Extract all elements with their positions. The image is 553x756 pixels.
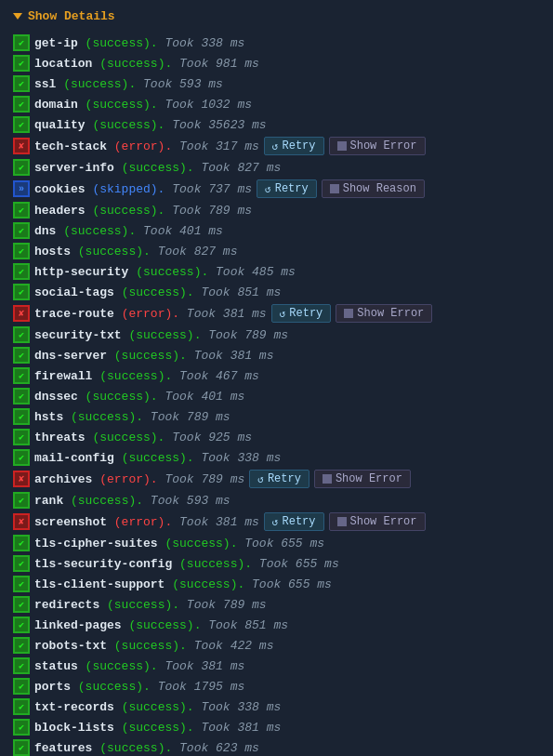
status-icon-social-tags: ✔ [13, 284, 30, 300]
item-text-http-security: http-security (success). Took 485 ms [34, 265, 296, 279]
list-item: ✔http-security (success). Took 485 ms [13, 261, 540, 282]
list-item: ✔get-ip (success). Took 338 ms [13, 33, 540, 53]
item-text-tls-cipher-suites: tls-cipher-suites (success). Took 655 ms [34, 537, 324, 550]
item-text-redirects: redirects (success). Took 789 ms [34, 598, 267, 612]
status-icon-hosts: ✔ [13, 243, 30, 259]
status-icon-archives: ✘ [13, 471, 30, 487]
list-item: ✔status (success). Took 381 ms [13, 656, 540, 676]
status-icon-domain: ✔ [13, 96, 30, 113]
list-item: ✔ssl (success). Took 593 ms [13, 73, 540, 94]
status-icon-tls-security-config: ✔ [13, 555, 30, 572]
status-icon-location: ✔ [13, 55, 30, 72]
item-text-status: status (success). Took 381 ms [34, 659, 244, 673]
status-icon-tls-client-support: ✔ [13, 576, 30, 592]
item-text-quality: quality (success). Took 35623 ms [34, 118, 267, 132]
list-item: ✔dns (success). Took 401 ms [13, 220, 540, 241]
item-text-domain: domain (success). Took 1032 ms [34, 98, 252, 112]
status-icon-get-ip: ✔ [13, 34, 30, 51]
item-text-dns-server: dns-server (success). Took 381 ms [34, 349, 273, 363]
status-icon-txt-records: ✔ [13, 698, 30, 715]
status-icon-screenshot: ✘ [13, 513, 30, 530]
list-item: ✔dns-server (success). Took 381 ms [13, 345, 540, 365]
item-text-linked-pages: linked-pages (success). Took 851 ms [34, 618, 288, 632]
item-text-headers: headers (success). Took 789 ms [34, 204, 252, 218]
show-details-header[interactable]: Show Details [13, 9, 540, 23]
status-icon-tech-stack: ✘ [13, 138, 30, 154]
list-item: ✔hsts (success). Took 789 ms [13, 406, 540, 427]
status-icon-rank: ✔ [13, 492, 30, 509]
status-icon-status: ✔ [13, 657, 30, 674]
retry-button-trace-route[interactable]: ↺Retry [271, 304, 332, 323]
list-item: ✔location (success). Took 981 ms [13, 53, 540, 73]
list-item: ✘trace-route (error). Took 381 ms↺RetryS… [13, 302, 540, 325]
show-error-button-tech-stack[interactable]: Show Error [329, 137, 426, 155]
status-icon-http-security: ✔ [13, 263, 30, 280]
item-text-location: location (success). Took 981 ms [34, 57, 259, 71]
item-text-archives: archives (error). Took 789 ms [34, 472, 244, 486]
list-item: ✔features (success). Took 623 ms [13, 737, 540, 756]
item-text-dnssec: dnssec (success). Took 401 ms [34, 390, 244, 404]
status-icon-hsts: ✔ [13, 408, 30, 425]
list-item: ✔quality (success). Took 35623 ms [13, 114, 540, 135]
status-icon-cookies: » [13, 180, 30, 197]
list-item: ✔block-lists (success). Took 381 ms [13, 717, 540, 737]
show-error-button-archives[interactable]: Show Error [314, 470, 411, 488]
status-icon-quality: ✔ [13, 116, 30, 133]
list-item: ✔hosts (success). Took 827 ms [13, 241, 540, 261]
list-item: ✔robots-txt (success). Took 422 ms [13, 635, 540, 656]
show-error-button-screenshot[interactable]: Show Error [329, 512, 426, 531]
retry-button-archives[interactable]: ↺Retry [249, 470, 309, 488]
show-reason-button-cookies[interactable]: Show Reason [322, 179, 425, 198]
retry-button-tech-stack[interactable]: ↺Retry [264, 137, 324, 155]
items-list: ✔get-ip (success). Took 338 ms✔location … [13, 33, 540, 756]
list-item: ✔security-txt (success). Took 789 ms [13, 325, 540, 345]
status-icon-security-txt: ✔ [13, 326, 30, 343]
status-icon-linked-pages: ✔ [13, 617, 30, 633]
list-item: ✔tls-client-support (success). Took 655 … [13, 574, 540, 594]
item-text-block-lists: block-lists (success). Took 381 ms [34, 721, 281, 735]
list-item: ✘archives (error). Took 789 ms↺RetryShow… [13, 468, 540, 490]
status-icon-ports: ✔ [13, 678, 30, 695]
status-icon-dnssec: ✔ [13, 388, 30, 405]
list-item: ✘tech-stack (error). Took 317 ms↺RetrySh… [13, 135, 540, 157]
status-icon-ssl: ✔ [13, 75, 30, 92]
status-icon-redirects: ✔ [13, 596, 30, 613]
item-text-tls-client-support: tls-client-support (success). Took 655 m… [34, 577, 332, 591]
item-text-ssl: ssl (success). Took 593 ms [34, 77, 223, 91]
retry-button-cookies[interactable]: ↺Retry [257, 179, 317, 198]
list-item: ✘screenshot (error). Took 381 ms↺RetrySh… [13, 511, 540, 533]
status-icon-tls-cipher-suites: ✔ [13, 535, 30, 551]
list-item: ✔tls-security-config (success). Took 655… [13, 553, 540, 574]
list-item: ✔threats (success). Took 925 ms [13, 427, 540, 447]
item-text-txt-records: txt-records (success). Took 338 ms [34, 700, 281, 714]
status-icon-headers: ✔ [13, 202, 30, 219]
list-item: ✔tls-cipher-suites (success). Took 655 m… [13, 533, 540, 553]
item-text-tech-stack: tech-stack (error). Took 317 ms [34, 139, 259, 153]
list-item: ✔dnssec (success). Took 401 ms [13, 386, 540, 406]
item-text-server-info: server-info (success). Took 827 ms [34, 161, 281, 175]
status-icon-server-info: ✔ [13, 159, 30, 176]
list-item: ✔redirects (success). Took 789 ms [13, 594, 540, 615]
list-item: ✔mail-config (success). Took 338 ms [13, 447, 540, 468]
item-text-mail-config: mail-config (success). Took 338 ms [34, 451, 281, 465]
status-icon-features: ✔ [13, 739, 30, 756]
show-error-button-trace-route[interactable]: Show Error [336, 304, 432, 323]
item-text-ports: ports (success). Took 1795 ms [34, 680, 244, 694]
status-icon-firewall: ✔ [13, 367, 30, 384]
retry-button-screenshot[interactable]: ↺Retry [264, 512, 324, 531]
item-text-hosts: hosts (success). Took 827 ms [34, 245, 237, 259]
item-text-features: features (success). Took 623 ms [34, 741, 259, 755]
item-text-dns: dns (success). Took 401 ms [34, 224, 223, 238]
triangle-down-icon [13, 13, 22, 20]
item-text-social-tags: social-tags (success). Took 851 ms [34, 285, 281, 299]
list-item: ✔txt-records (success). Took 338 ms [13, 696, 540, 717]
status-icon-block-lists: ✔ [13, 719, 30, 736]
status-icon-dns-server: ✔ [13, 347, 30, 364]
item-text-threats: threats (success). Took 925 ms [34, 431, 252, 444]
status-icon-mail-config: ✔ [13, 449, 30, 466]
item-text-hsts: hsts (success). Took 789 ms [34, 410, 230, 424]
item-text-get-ip: get-ip (success). Took 338 ms [34, 36, 244, 50]
item-text-robots-txt: robots-txt (success). Took 422 ms [34, 639, 273, 653]
item-text-trace-route: trace-route (error). Took 381 ms [34, 307, 267, 321]
list-item: ✔domain (success). Took 1032 ms [13, 94, 540, 114]
